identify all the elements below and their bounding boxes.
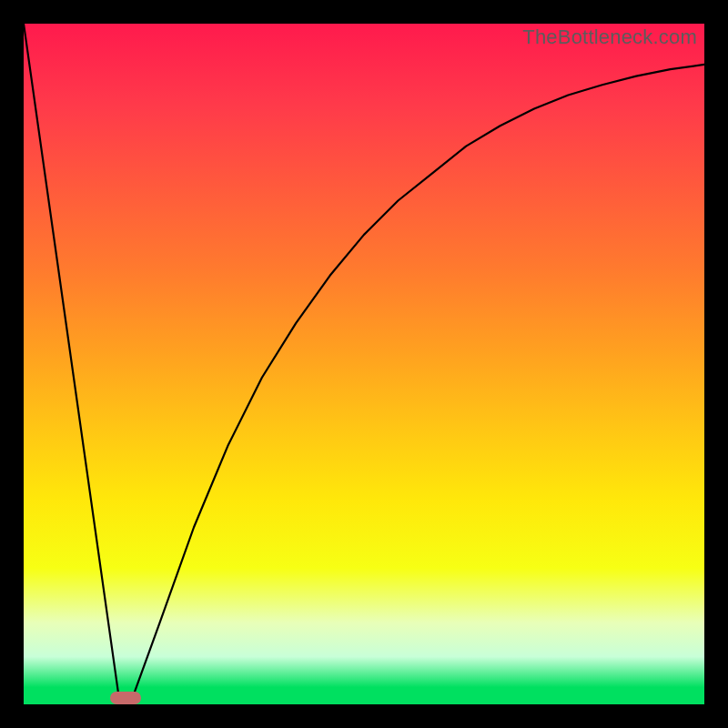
curve-path bbox=[24, 24, 704, 698]
chart-frame: TheBottleneck.com bbox=[0, 0, 728, 728]
plot-area: TheBottleneck.com bbox=[24, 24, 704, 704]
bottleneck-curve bbox=[24, 24, 704, 704]
optimal-point-marker bbox=[110, 692, 141, 704]
